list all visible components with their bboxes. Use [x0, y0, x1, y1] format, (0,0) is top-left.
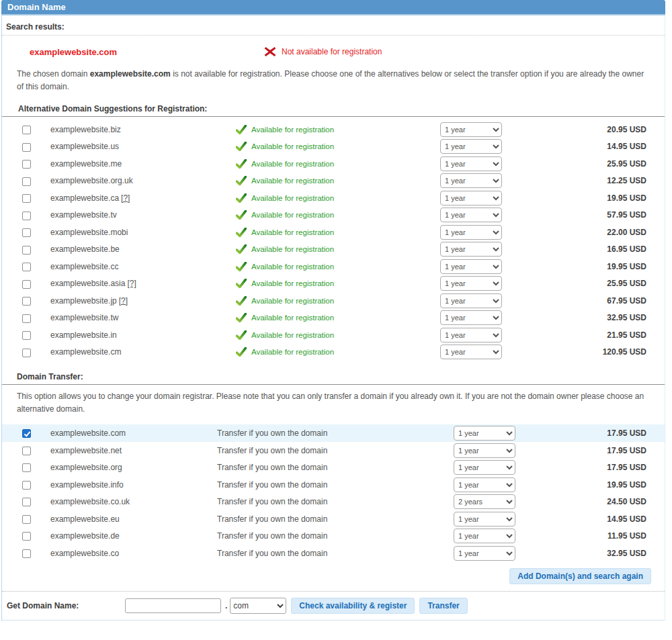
- domain-checkbox[interactable]: [22, 515, 31, 524]
- domain-checkbox[interactable]: [22, 297, 31, 306]
- term-select[interactable]: 1 year: [440, 225, 502, 240]
- term-select[interactable]: 1 year: [440, 293, 502, 308]
- term-select[interactable]: 1 year: [440, 208, 502, 222]
- check-icon: [236, 262, 247, 271]
- domain-name: examplewebsite.be: [50, 244, 236, 254]
- term-select[interactable]: 1 year: [440, 139, 502, 154]
- term-select[interactable]: 1 year: [454, 460, 515, 475]
- domain-checkbox[interactable]: [22, 498, 31, 506]
- transfer-domain-row: examplewebsite.org Transfer if you own t…: [2, 459, 665, 476]
- domain-name-text: examplewebsite.asia: [50, 279, 125, 288]
- domain-name: examplewebsite.org: [50, 463, 217, 472]
- domain-checkbox[interactable]: [22, 160, 31, 169]
- domain-name: examplewebsite.ca[?]: [50, 193, 236, 203]
- domain-checkbox[interactable]: [22, 212, 31, 220]
- transfer-note: Transfer if you own the domain: [217, 549, 451, 558]
- domain-search-panel: Search results: examplewebsite.com Not a…: [1, 15, 665, 621]
- domain-name: examplewebsite.net: [50, 446, 217, 455]
- availability-status: Available for registration: [236, 279, 437, 288]
- add-domains-search-button[interactable]: Add Domain(s) and search again: [509, 568, 651, 584]
- term-select[interactable]: 1 year: [454, 426, 515, 441]
- domain-checkbox[interactable]: [22, 447, 31, 455]
- transfer-domain-row: examplewebsite.net Transfer if you own t…: [2, 442, 665, 459]
- check-icon: [236, 142, 247, 151]
- alt-domain-row: examplewebsite.be Available for registra…: [2, 241, 665, 259]
- availability-text: Available for registration: [251, 228, 334, 236]
- availability-text: Available for registration: [251, 194, 334, 202]
- availability-status: Available for registration: [236, 176, 437, 185]
- domain-name-text: examplewebsite.co: [50, 549, 119, 558]
- transfer-domain-row: examplewebsite.co.uk Transfer if you own…: [2, 493, 665, 510]
- price-label: 120.95 USD: [525, 347, 646, 357]
- domain-checkbox[interactable]: [22, 143, 31, 152]
- help-link[interactable]: [?]: [121, 193, 130, 203]
- alt-domain-row: examplewebsite.me Available for registra…: [2, 155, 665, 173]
- domain-checkbox[interactable]: [22, 481, 31, 490]
- domain-checkbox[interactable]: [22, 549, 31, 558]
- check-icon: [236, 244, 247, 254]
- alt-domain-row: examplewebsite.tw Available for registra…: [2, 310, 665, 327]
- domain-checkbox[interactable]: [22, 349, 31, 357]
- domain-checkbox[interactable]: [22, 429, 31, 438]
- availability-status: Available for registration: [236, 313, 437, 322]
- domain-checkbox[interactable]: [22, 194, 31, 203]
- domain-checkbox[interactable]: [22, 246, 31, 255]
- transfer-button[interactable]: Transfer: [419, 598, 467, 614]
- domain-name-input[interactable]: [125, 598, 221, 613]
- term-select[interactable]: 1 year: [440, 345, 502, 359]
- tld-select[interactable]: com: [230, 598, 286, 614]
- term-select[interactable]: 1 year: [440, 191, 502, 205]
- domain-checkbox[interactable]: [22, 280, 31, 289]
- term-select[interactable]: 1 year: [440, 276, 502, 291]
- term-select[interactable]: 1 year: [440, 122, 502, 137]
- transfer-domain-row: examplewebsite.co Transfer if you own th…: [2, 545, 665, 562]
- availability-status: Available for registration: [236, 142, 437, 151]
- domain-name-text: examplewebsite.jp: [50, 296, 117, 306]
- term-select[interactable]: 1 year: [454, 529, 515, 543]
- term-select[interactable]: 1 year: [454, 443, 515, 458]
- domain-checkbox[interactable]: [22, 532, 31, 541]
- availability-text: Available for registration: [251, 297, 334, 305]
- availability-text: Available for registration: [251, 160, 334, 168]
- domain-checkbox[interactable]: [22, 177, 31, 186]
- price-label: 16.95 USD: [525, 244, 646, 254]
- term-select[interactable]: 1 year: [440, 259, 502, 274]
- term-select[interactable]: 1 year: [440, 173, 502, 188]
- alt-domain-row: examplewebsite.ca[?] Available for regis…: [2, 189, 665, 207]
- help-link[interactable]: [?]: [127, 279, 136, 288]
- price-label: 12.25 USD: [525, 176, 646, 185]
- term-select[interactable]: 1 year: [440, 328, 502, 342]
- term-select[interactable]: 1 year: [454, 546, 515, 561]
- availability-text: Available for registration: [251, 331, 334, 339]
- availability-text: Available for registration: [251, 126, 334, 134]
- domain-name: examplewebsite.co: [50, 549, 217, 558]
- domain-checkbox[interactable]: [22, 463, 31, 472]
- check-availability-button[interactable]: Check availability & register: [291, 598, 415, 614]
- price-label: 17.95 USD: [538, 428, 646, 438]
- term-select[interactable]: 1 year: [454, 477, 515, 492]
- domain-checkbox[interactable]: [22, 263, 31, 271]
- price-label: 14.95 USD: [525, 142, 646, 151]
- term-select[interactable]: 2 years: [454, 494, 515, 509]
- domain-checkbox[interactable]: [22, 314, 31, 323]
- transfer-note: Transfer if you own the domain: [217, 446, 451, 455]
- help-link[interactable]: [?]: [119, 296, 128, 306]
- transfer-note: Transfer if you own the domain: [217, 463, 451, 472]
- term-select[interactable]: 1 year: [454, 512, 515, 527]
- check-icon: [236, 347, 247, 357]
- domain-checkbox[interactable]: [22, 331, 31, 340]
- availability-status: Available for registration: [236, 347, 437, 357]
- intro-paragraph: The chosen domain examplewebsite.com is …: [17, 68, 647, 93]
- domain-name-text: examplewebsite.info: [50, 480, 124, 490]
- transfer-note: Transfer if you own the domain: [217, 428, 451, 438]
- domain-checkbox[interactable]: [22, 228, 31, 237]
- domain-checkbox[interactable]: [22, 126, 31, 134]
- term-select[interactable]: 1 year: [440, 156, 502, 171]
- price-label: 17.95 USD: [538, 446, 646, 455]
- check-icon: [236, 193, 247, 203]
- domain-name-text: examplewebsite.tw: [50, 313, 118, 322]
- term-select[interactable]: 1 year: [440, 242, 502, 257]
- transfer-note: Transfer if you own the domain: [217, 480, 451, 490]
- term-select[interactable]: 1 year: [440, 310, 502, 325]
- domain-name: examplewebsite.org.uk: [50, 176, 236, 185]
